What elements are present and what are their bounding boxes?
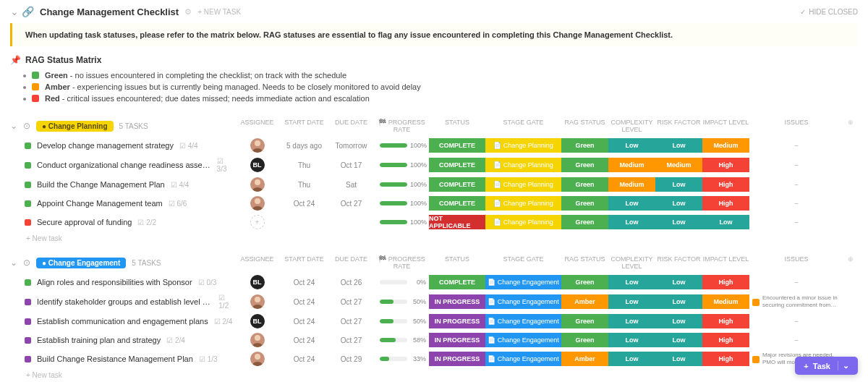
start-date[interactable]: Oct 24 — [281, 318, 328, 326]
tag-cell[interactable]: High — [702, 158, 749, 172]
options-icon[interactable]: ⊙ — [23, 258, 30, 268]
collapse-icon[interactable]: ⌄ — [10, 121, 17, 131]
tag-cell[interactable]: 📄 Change Planning — [485, 138, 561, 153]
tag-cell[interactable]: COMPLETE — [429, 196, 485, 211]
tag-cell[interactable]: 📄 Change Engagement — [485, 352, 561, 366]
task-name[interactable]: Build Change Resistance Management Plan — [37, 355, 193, 363]
due-date[interactable]: Oct 27 — [328, 318, 375, 326]
tag-cell[interactable]: Low — [608, 352, 655, 366]
start-date[interactable]: Oct 24 — [281, 279, 328, 286]
task-row[interactable]: Appoint Change Management team ☑ 6/6 Oct… — [0, 194, 868, 213]
tag-cell[interactable]: Low — [655, 314, 702, 328]
start-date[interactable]: Thu — [281, 161, 328, 169]
group-pill[interactable]: ● Change Planning — [36, 121, 114, 132]
tag-cell[interactable]: IN PROGRESS — [429, 352, 485, 366]
tag-cell[interactable]: Low — [608, 333, 655, 347]
subtask-count[interactable]: ☑ 4/4 — [179, 142, 198, 150]
task-name[interactable]: Establish training plan and strategy — [37, 336, 161, 344]
subtask-count[interactable]: ☑ 1/3 — [199, 355, 218, 363]
due-date[interactable]: Oct 27 — [328, 200, 375, 208]
issues-cell[interactable]: – — [749, 161, 843, 169]
tag-cell[interactable]: 📄 Change Engagement — [485, 294, 561, 309]
settings-icon[interactable]: ⚙ — [184, 7, 192, 17]
tag-cell[interactable]: COMPLETE — [429, 275, 485, 289]
task-row[interactable]: Build the Change Management Plan ☑ 4/4 T… — [0, 175, 868, 194]
issues-cell[interactable]: – — [749, 181, 843, 188]
start-date[interactable]: Oct 24 — [281, 336, 328, 344]
task-row[interactable]: Build Change Resistance Management Plan … — [0, 349, 868, 368]
due-date[interactable]: Oct 17 — [328, 161, 375, 169]
status-square-icon[interactable] — [25, 299, 31, 305]
due-date[interactable]: Oct 27 — [328, 298, 375, 306]
chevron-icon[interactable]: ⌄ — [10, 6, 19, 17]
tag-cell[interactable]: COMPLETE — [429, 158, 485, 172]
tag-cell[interactable]: 📄 Change Engagement — [485, 314, 561, 328]
tag-cell[interactable]: Amber — [561, 352, 608, 366]
task-name[interactable]: Identify stakeholder groups and establis… — [37, 297, 213, 306]
tag-cell[interactable]: IN PROGRESS — [429, 314, 485, 328]
options-icon[interactable]: ⊙ — [23, 121, 30, 131]
tag-cell[interactable]: 📄 Change Engagement — [485, 333, 561, 347]
avatar[interactable] — [250, 294, 265, 309]
tag-cell[interactable]: Low — [655, 177, 702, 192]
due-date[interactable]: Oct 26 — [328, 279, 375, 286]
tag-cell[interactable]: COMPLETE — [429, 138, 485, 153]
tag-cell[interactable]: High — [702, 275, 749, 289]
status-square-icon[interactable] — [25, 337, 31, 344]
tag-cell[interactable]: 📄 Change Engagement — [485, 275, 561, 289]
status-square-icon[interactable] — [25, 143, 31, 149]
tag-cell[interactable]: Low — [608, 314, 655, 328]
status-square-icon[interactable] — [25, 219, 31, 226]
status-square-icon[interactable] — [25, 356, 31, 362]
avatar[interactable]: BL — [250, 314, 265, 328]
subtask-count[interactable]: ☑ 2/2 — [137, 218, 156, 226]
tag-cell[interactable]: 📄 Change Planning — [485, 196, 561, 211]
tag-cell[interactable]: Low — [655, 196, 702, 211]
tag-cell[interactable]: Medium — [608, 177, 655, 192]
collapse-icon[interactable]: ⌄ — [10, 258, 17, 268]
tag-cell[interactable]: Low — [608, 275, 655, 289]
chevron-down-icon[interactable]: ⌄ — [838, 361, 849, 370]
tag-cell[interactable]: Medium — [702, 294, 749, 309]
start-date[interactable]: Oct 24 — [281, 298, 328, 306]
tag-cell[interactable]: NOT APPLICABLE — [429, 215, 485, 229]
task-name[interactable]: Conduct organizational change readiness … — [37, 161, 211, 169]
tag-cell[interactable]: COMPLETE — [429, 177, 485, 192]
issues-cell[interactable]: – — [749, 218, 843, 226]
start-date[interactable]: Thu — [281, 181, 328, 189]
tag-cell[interactable]: Low — [655, 352, 702, 366]
task-name[interactable]: Develop change management strategy — [37, 141, 174, 150]
task-row[interactable]: Conduct organizational change readiness … — [0, 155, 868, 175]
new-task-fab[interactable]: + Task ⌄ — [795, 357, 858, 375]
tag-cell[interactable]: Low — [655, 275, 702, 289]
tag-cell[interactable]: Low — [655, 333, 702, 347]
avatar[interactable] — [250, 333, 265, 347]
start-date[interactable]: Oct 24 — [281, 355, 328, 363]
new-task-button[interactable]: + NEW TASK — [197, 8, 241, 16]
tag-cell[interactable]: Medium — [702, 138, 749, 153]
issues-cell[interactable]: – — [749, 200, 843, 207]
tag-cell[interactable]: Green — [561, 196, 608, 211]
task-name[interactable]: Establish communication and engagement p… — [37, 317, 208, 326]
task-name[interactable]: Appoint Change Management team — [37, 199, 163, 208]
tag-cell[interactable]: High — [702, 333, 749, 347]
add-column-icon[interactable]: ⊕ — [843, 119, 858, 133]
start-date[interactable]: Oct 24 — [281, 200, 328, 208]
tag-cell[interactable]: Green — [561, 215, 608, 229]
tag-cell[interactable]: Green — [561, 314, 608, 328]
link-icon[interactable]: 🔗 — [22, 6, 34, 17]
avatar[interactable]: BL — [250, 158, 265, 172]
subtask-count[interactable]: ☑ 0/3 — [198, 279, 217, 286]
tag-cell[interactable]: High — [702, 177, 749, 192]
tag-cell[interactable]: Low — [655, 138, 702, 153]
tag-cell[interactable]: High — [702, 352, 749, 366]
status-square-icon[interactable] — [25, 318, 31, 325]
task-row[interactable]: Establish communication and engagement p… — [0, 312, 868, 331]
tag-cell[interactable]: Amber — [561, 294, 608, 309]
tag-cell[interactable]: Medium — [608, 158, 655, 172]
avatar[interactable] — [250, 177, 265, 192]
avatar[interactable] — [250, 196, 265, 211]
task-row[interactable]: Align roles and responsibilities with Sp… — [0, 273, 868, 292]
avatar[interactable]: BL — [250, 275, 265, 289]
tag-cell[interactable]: Low — [608, 294, 655, 309]
